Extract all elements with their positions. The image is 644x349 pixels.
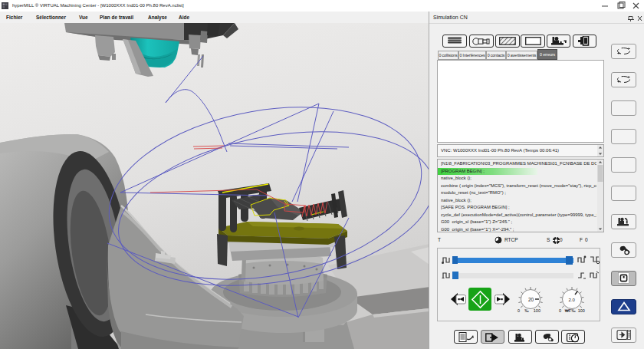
svg-text:20: 20: [528, 297, 534, 302]
svg-text:2.0: 2.0: [569, 298, 576, 302]
